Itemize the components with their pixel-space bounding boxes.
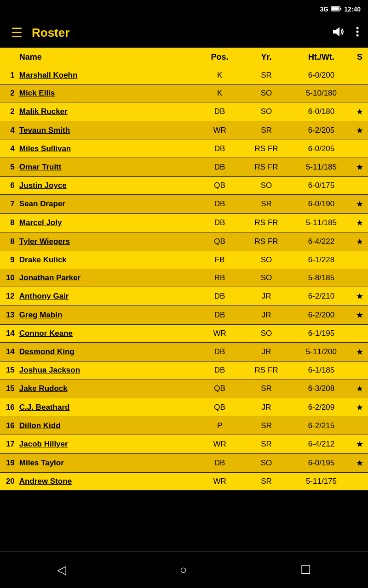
table-row[interactable]: 8Tyler WiegersQBRS FR6-4/222★	[0, 232, 368, 251]
player-star	[351, 473, 368, 491]
table-row[interactable]: 7Sean DraperDBSR6-0/190★	[0, 195, 368, 214]
player-year: JR	[242, 343, 291, 362]
player-year: SO	[242, 454, 291, 473]
player-year: RS FR	[242, 362, 291, 379]
player-year: SR	[242, 417, 291, 435]
player-number: 13	[0, 306, 17, 325]
player-name[interactable]: Miles Sullivan	[17, 140, 198, 158]
table-row[interactable]: 20Andrew StoneWRSR5-11/175	[0, 473, 368, 491]
player-year: RS FR	[242, 232, 291, 251]
table-row[interactable]: 19Miles TaylorDBSO6-0/195★	[0, 454, 368, 473]
player-name[interactable]: Andrew Stone	[17, 473, 198, 491]
player-position: DB	[198, 158, 242, 177]
player-height-weight: 5-11/175	[291, 473, 351, 491]
player-name[interactable]: Omar Truitt	[17, 158, 198, 177]
table-row[interactable]: 14Desmond KingDBJR5-11/200★	[0, 343, 368, 362]
table-row[interactable]: 6Justin JoyceQBSO6-0/175	[0, 177, 368, 195]
more-options-button[interactable]	[354, 24, 361, 42]
app-bar-actions	[330, 24, 361, 42]
player-position: DB	[198, 102, 242, 121]
player-name[interactable]: Tyler Wiegers	[17, 232, 198, 251]
player-height-weight: 5-11/185	[291, 158, 351, 177]
player-name[interactable]: Marshall Koehn	[17, 67, 198, 85]
player-height-weight: 6-3/208	[291, 379, 351, 398]
table-row[interactable]: 15Jake RudockQBSR6-3/208★	[0, 379, 368, 398]
player-name[interactable]: Connor Keane	[17, 325, 198, 343]
player-name[interactable]: Dillon Kidd	[17, 417, 198, 435]
player-number: 6	[0, 177, 17, 195]
player-height-weight: 5-10/180	[291, 85, 351, 102]
table-row[interactable]: 14Connor KeaneWRSO6-1/195	[0, 325, 368, 343]
player-year: SR	[242, 379, 291, 398]
player-number: 12	[0, 287, 17, 306]
table-row[interactable]: 15Joshua JacksonDBRS FR6-1/185	[0, 362, 368, 379]
table-row[interactable]: 8Marcel JolyDBRS FR5-11/185★	[0, 214, 368, 232]
roster-table: Name Pos. Yr. Ht./Wt. S 1Marshall KoehnK…	[0, 48, 368, 491]
player-height-weight: 6-2/205	[291, 121, 351, 140]
col-header-yr: Yr.	[242, 48, 291, 67]
player-name[interactable]: C.J. Beathard	[17, 398, 198, 417]
player-name[interactable]: Anthony Gair	[17, 287, 198, 306]
player-star	[351, 140, 368, 158]
hamburger-button[interactable]: ☰	[7, 22, 26, 44]
player-year: JR	[242, 306, 291, 325]
player-year: SR	[242, 473, 291, 491]
player-star: ★	[351, 435, 368, 454]
player-star: ★	[351, 158, 368, 177]
player-name[interactable]: Joshua Jackson	[17, 362, 198, 379]
player-number: 9	[0, 251, 17, 269]
player-name[interactable]: Drake Kulick	[17, 251, 198, 269]
table-row[interactable]: 13Greg MabinDBJR6-2/200★	[0, 306, 368, 325]
player-position: P	[198, 417, 242, 435]
player-position: QB	[198, 232, 242, 251]
table-row[interactable]: 16C.J. BeathardQBJR6-2/209★	[0, 398, 368, 417]
table-row[interactable]: 4Miles SullivanDBRS FR6-0/205	[0, 140, 368, 158]
player-name[interactable]: Jake Rudock	[17, 379, 198, 398]
back-button[interactable]: ◁	[57, 563, 66, 577]
player-name[interactable]: Mick Ellis	[17, 85, 198, 102]
player-position: DB	[198, 454, 242, 473]
player-number: 5	[0, 158, 17, 177]
player-position: DB	[198, 287, 242, 306]
status-icons: 3G 12:40	[320, 6, 361, 13]
player-name[interactable]: Marcel Joly	[17, 214, 198, 232]
table-row[interactable]: 2Mick EllisKSO5-10/180	[0, 85, 368, 102]
svg-marker-3	[333, 27, 339, 36]
player-position: WR	[198, 325, 242, 343]
status-bar: 3G 12:40	[0, 0, 368, 18]
player-number: 1	[0, 67, 17, 85]
player-name[interactable]: Sean Draper	[17, 195, 198, 214]
player-number: 17	[0, 435, 17, 454]
player-name[interactable]: Miles Taylor	[17, 454, 198, 473]
svg-point-5	[356, 30, 359, 33]
player-year: SR	[242, 435, 291, 454]
player-star	[351, 417, 368, 435]
table-row[interactable]: 12Anthony GairDBJR6-2/210★	[0, 287, 368, 306]
player-name[interactable]: Justin Joyce	[17, 177, 198, 195]
player-star	[351, 85, 368, 102]
player-star: ★	[351, 306, 368, 325]
player-name[interactable]: Malik Rucker	[17, 102, 198, 121]
home-button[interactable]: ○	[180, 563, 187, 577]
player-name[interactable]: Greg Mabin	[17, 306, 198, 325]
recent-apps-button[interactable]: ☐	[300, 563, 311, 577]
player-name[interactable]: Jacob Hillyer	[17, 435, 198, 454]
table-row[interactable]: 5Omar TruittDBRS FR5-11/185★	[0, 158, 368, 177]
table-row[interactable]: 9Drake KulickFBSO6-1/228	[0, 251, 368, 269]
player-position: WR	[198, 473, 242, 491]
table-row[interactable]: 2Malik RuckerDBSO6-0/180★	[0, 102, 368, 121]
player-name[interactable]: Jonathan Parker	[17, 269, 198, 287]
player-height-weight: 6-0/200	[291, 67, 351, 85]
table-row[interactable]: 1Marshall KoehnKSR6-0/200	[0, 67, 368, 85]
table-row[interactable]: 17Jacob HillyerWRSR6-4/212★	[0, 435, 368, 454]
player-name[interactable]: Tevaun Smith	[17, 121, 198, 140]
player-position: WR	[198, 121, 242, 140]
volume-button[interactable]	[330, 24, 347, 42]
table-row[interactable]: 10Jonathan ParkerRBSO5-8/185	[0, 269, 368, 287]
player-height-weight: 6-2/210	[291, 287, 351, 306]
table-row[interactable]: 16Dillon KiddPSR6-2/215	[0, 417, 368, 435]
player-name[interactable]: Desmond King	[17, 343, 198, 362]
player-year: RS FR	[242, 140, 291, 158]
player-number: 20	[0, 473, 17, 491]
table-row[interactable]: 4Tevaun SmithWRSR6-2/205★	[0, 121, 368, 140]
